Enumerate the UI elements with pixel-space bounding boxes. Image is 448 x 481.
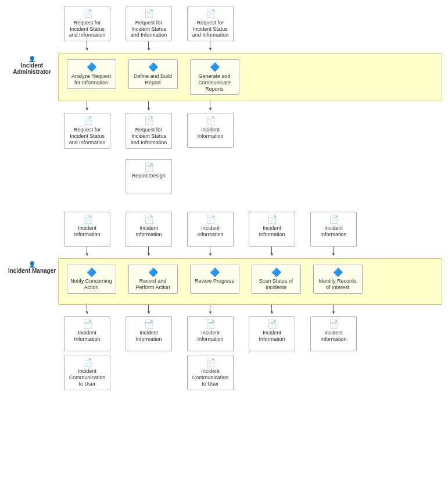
arrow-7 [85,247,89,258]
arrow-4 [85,101,89,113]
proc-icon-b3: 🔷 [210,268,220,277]
doc-b1-text: Incident Information [67,225,107,238]
below-bcol-1: 📄 Incident Information 📄 Incident Commun… [58,316,116,390]
doc-below-2-1: 📄 Request for Incident Status and Inform… [126,113,172,148]
proc-col-3: 🔷 Generate and Communicate Reports [185,59,243,95]
doc-below-2-1-text: Request for Incident Status and Informat… [128,127,169,145]
arrow-5 [146,101,151,113]
doc-icon-b1-1: 📄 [83,116,92,126]
proc-define: 🔷 Define and Build Report [128,59,178,88]
proc-review: 🔷 Review Progress [190,265,239,294]
doc-icon-bb1-1: 📄 [83,319,92,329]
doc-icon-1: 📄 [83,9,92,19]
lane-content-manager: 🔷 Notify Concerning Action 🔷 Record and … [58,258,442,305]
proc-generate: 🔷 Generate and Communicate Reports [190,59,239,95]
proc-analyze: 🔷 Analyze Request for Information [67,59,116,88]
bcol2-top: 📄 Incident Information [120,212,178,247]
lane-label-administrator: 👤 Incident Administrator [6,53,58,78]
proc-icon-b2: 🔷 [148,268,158,277]
doc-icon-b2-1: 📄 [144,116,154,126]
doc-bb2-1: 📄 Incident Information [126,316,172,351]
below-bcol-5: 📄 Incident Information [304,316,363,351]
doc-bb1-1-text: Incident Information [67,330,107,343]
doc-icon-bb1-2: 📄 [83,358,92,368]
col1-top: 📄 Request for Incident Status and Inform… [58,6,116,41]
arrow-9 [208,247,213,258]
doc-b2-text: Incident Information [128,225,169,238]
doc-bb2-1-text: Incident Information [128,330,169,343]
arrow-col-16 [304,305,363,316]
proc-identify: 🔷 Identify Records of Interest [313,265,363,294]
doc-icon-b2-2: 📄 [144,162,154,172]
arrow-col-4 [58,101,116,113]
doc-icon-b3: 📄 [206,215,216,225]
proc-record: 🔷 Record and Perform Action [128,265,178,294]
arrow-col-2 [120,41,178,53]
below-col-1: 📄 Request for Incident Status and Inform… [58,113,116,148]
arrow-col-15 [243,305,301,316]
arrow-col-13 [120,305,178,316]
doc-bb4-1: 📄 Incident Information [249,316,295,351]
doc-bb3-2: 📄 Incident Communication to User [187,355,234,390]
proc-icon-1: 🔷 [87,62,96,72]
arrow-col-1 [58,41,116,53]
doc-icon-b2: 📄 [144,215,154,225]
swimlane-incident-administrator: 👤 Incident Administrator 🔷 Analyze Reque… [6,53,442,101]
below-bcol-4: 📄 Incident Information [243,316,301,351]
doc-b4-text: Incident Information [252,225,292,238]
doc-icon-b4: 📄 [267,215,277,225]
arrow-col-11 [304,247,363,258]
lane-content-administrator: 🔷 Analyze Request for Information 🔷 Defi… [58,53,442,101]
arrow-13 [146,305,151,316]
doc-icon-bb2-1: 📄 [144,319,154,329]
arrow-3 [208,41,213,53]
doc-request-2: 📄 Request for Incident Status and Inform… [126,6,172,41]
col3-top: 📄 Request for Incident Status and Inform… [181,6,239,41]
arrows-row-4 [6,305,442,316]
arrow-col-9 [181,247,239,258]
bcol5-top: 📄 Incident Information [304,212,363,247]
arrow-14 [208,305,213,316]
doc-below-3-1-text: Incident Information [190,127,231,140]
person-icon-manager: 👤 [28,261,35,268]
proc-bcol-1: 🔷 Notify Concerning Action [62,265,120,294]
doc-bb1-2: 📄 Incident Communication to User [64,355,110,390]
doc-b3: 📄 Incident Information [187,212,234,247]
arrow-8 [146,247,151,258]
proc-bcol-3: 🔷 Review Progress [185,265,243,294]
arrow-12 [85,305,89,316]
proc-icon-b4: 🔷 [271,268,281,277]
person-icon-administrator: 👤 [28,56,35,62]
doc-below-2-2-text: Report Design [132,173,166,179]
arrow-col-7 [58,247,116,258]
arrow-1 [85,41,89,53]
below-bcol-2: 📄 Incident Information [120,316,178,351]
doc-below-2-2: 📄 Report Design [126,159,172,194]
below-bcol-3: 📄 Incident Information 📄 Incident Commun… [181,316,239,390]
proc-icon-3: 🔷 [210,62,220,72]
arrow-2 [146,41,151,53]
doc-request-3: 📄 Request for Incident Status and Inform… [187,6,234,41]
arrow-col-8 [120,247,178,258]
top-input-row-2: 📄 Incident Information 📄 Incident Inform… [6,212,442,247]
doc-bb5-1: 📄 Incident Information [310,316,357,351]
doc-b3-text: Incident Information [190,225,231,238]
bottom-docs-row-1: 📄 Request for Incident Status and Inform… [6,113,442,194]
top-input-row: 📄 Request for Incident Status and Inform… [6,6,442,41]
arrow-col-3 [181,41,239,53]
bcol1-top: 📄 Incident Information [58,212,116,247]
arrow-col-10 [243,247,301,258]
doc-icon-bb5-1: 📄 [329,319,339,329]
arrow-col-5 [120,101,178,113]
bcol4-top: 📄 Incident Information [243,212,301,247]
proc-col-1: 🔷 Analyze Request for Information [62,59,120,88]
doc-b5: 📄 Incident Information [310,212,357,247]
arrow-16 [331,305,336,316]
proc-notify: 🔷 Notify Concerning Action [67,265,116,294]
doc-b5-text: Incident Information [313,225,354,238]
doc-below-1-1: 📄 Request for Incident Status and Inform… [64,113,110,148]
doc-icon-bb3-2: 📄 [206,358,216,368]
doc-b4: 📄 Incident Information [249,212,295,247]
bottom-docs-row-2: 📄 Incident Information 📄 Incident Commun… [6,316,442,390]
doc-below-3-1: 📄 Incident Information [187,113,234,148]
